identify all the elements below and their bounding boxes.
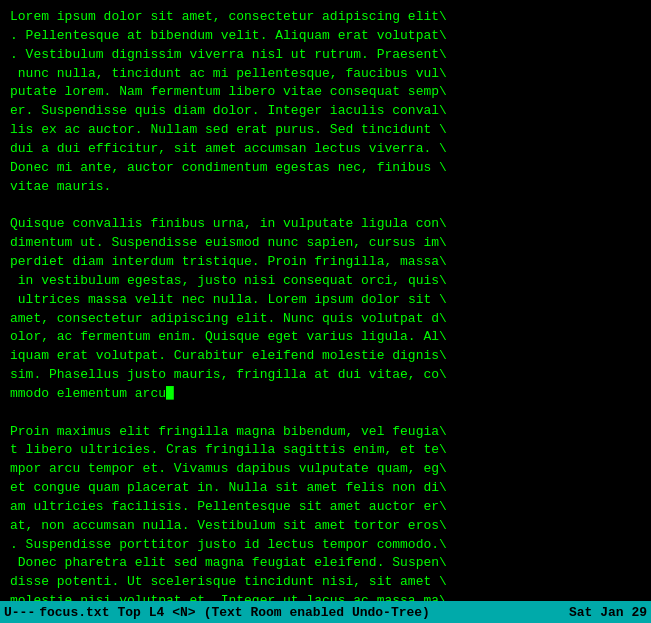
editor-text-area[interactable]: Lorem ipsum dolor sit amet, consectetur … <box>0 0 651 601</box>
status-time: Sat Jan 29 <box>569 605 647 620</box>
status-u-indicator: U--- <box>4 605 35 620</box>
status-mode: <N> <box>172 605 195 620</box>
status-bar: U--- focus.txt Top L4 <N> (Text Room ena… <box>0 601 651 623</box>
status-extra: (Text Room enabled Undo-Tree) <box>204 605 430 620</box>
editor-window: Lorem ipsum dolor sit amet, consectetur … <box>0 0 651 623</box>
status-position: Top L4 <box>117 605 164 620</box>
status-filename: focus.txt <box>39 605 109 620</box>
